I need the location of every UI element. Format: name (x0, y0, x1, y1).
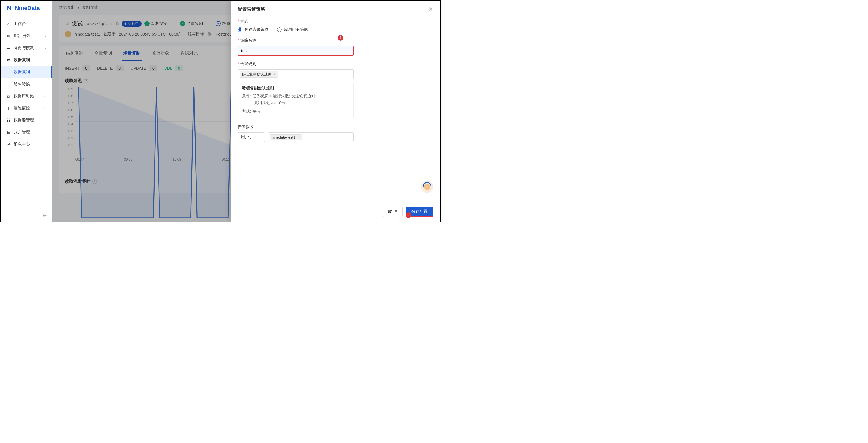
logo-icon (6, 5, 12, 11)
nav: ⌂ 工作台 ⧉ SQL 开发 ⌄ ☁ 备份与恢复 ⌄ ⇄ 数据复制 ⌃ 数据复制 (1, 16, 52, 209)
alert-config-drawer: 配置告警策略 ✕ *方式 创建告警策略 应用已有策略 *策略名称 1 *告警规则… (231, 1, 440, 222)
nav-account[interactable]: ▦ 账户管理 ⌄ (1, 126, 52, 138)
recipient-type-select[interactable]: 用户 ⌄ (238, 132, 265, 142)
nav-workbench[interactable]: ⌂ 工作台 (1, 18, 52, 30)
support-avatar[interactable] (421, 181, 433, 193)
monitor-icon: ◫ (6, 106, 11, 111)
remove-tag-icon[interactable]: ✕ (273, 72, 276, 76)
mail-icon: ✉ (6, 142, 11, 147)
nav-datasource[interactable]: ☷ 数据源管理 ⌄ (1, 114, 52, 126)
form-alert-rule: *告警规则 数据复制默认规则✕ ⌄ 数据复制默认规则 条件: 任务状态 = 运行… (238, 61, 433, 118)
sidebar-collapse[interactable]: ⇤ (1, 209, 52, 222)
form-recipients: 告警接收 用户 ⌄ ninedata-test1✕ (238, 124, 433, 142)
nav-sub-replication[interactable]: 数据复制 (1, 66, 52, 78)
chevron-down-icon: ⌄ (44, 130, 47, 134)
form-policy-name: *策略名称 1 (238, 38, 433, 56)
cancel-button[interactable]: 取 消 (383, 207, 403, 217)
radio-apply-policy[interactable]: 应用已有策略 (277, 27, 308, 32)
recipient-select[interactable]: ninedata-test1✕ (268, 132, 354, 142)
alert-rule-select[interactable]: 数据复制默认规则✕ ⌄ (238, 69, 354, 79)
brand-name: NineData (15, 5, 40, 11)
chevron-down-icon: ⌄ (44, 94, 47, 98)
sync-icon: ⇄ (6, 57, 11, 63)
policy-name-input[interactable] (238, 46, 354, 56)
user-icon: ▦ (6, 130, 11, 135)
nav-ops-monitor[interactable]: ◫ 运维监控 ⌄ (1, 102, 52, 114)
home-icon: ⌂ (6, 21, 11, 26)
annotation-badge-1: 1 (338, 35, 343, 41)
nav-backup[interactable]: ☁ 备份与恢复 ⌄ (1, 42, 52, 54)
annotation-badge-2: 2 (406, 212, 411, 218)
rule-description: 数据复制默认规则 条件: 任务状态 = 运行失败; 发送恢复通知; 复制延迟 >… (238, 82, 354, 118)
nav-db-compare[interactable]: ⧉ 数据库对比 ⌄ (1, 90, 52, 102)
remove-tag-icon[interactable]: ✕ (297, 135, 300, 139)
chevron-down-icon: ⌄ (44, 118, 47, 122)
terminal-icon: ⧉ (6, 33, 11, 38)
sidebar: NineData ⌂ 工作台 ⧉ SQL 开发 ⌄ ☁ 备份与恢复 ⌄ ⇄ 数据… (1, 1, 52, 222)
chevron-down-icon: ⌄ (348, 72, 350, 76)
form-mode: *方式 创建告警策略 应用已有策略 (238, 19, 433, 32)
chevron-down-icon: ⌄ (44, 34, 47, 38)
chevron-up-icon: ⌃ (44, 58, 47, 62)
radio-create-policy[interactable]: 创建告警策略 (238, 27, 269, 32)
logo[interactable]: NineData (1, 1, 52, 16)
drawer-title: 配置告警策略 (238, 6, 265, 12)
chevron-down-icon: ⌄ (44, 46, 47, 50)
chevron-down-icon: ⌄ (249, 135, 252, 140)
chevron-down-icon: ⌄ (44, 142, 47, 146)
nav-messages[interactable]: ✉ 消息中心 ⌄ (1, 138, 52, 150)
nav-sub-struct-convert[interactable]: 结构转换 (1, 78, 52, 90)
compare-icon: ⧉ (6, 93, 11, 99)
db-icon: ☷ (6, 118, 11, 123)
nav-data-replication[interactable]: ⇄ 数据复制 ⌃ (1, 54, 52, 66)
close-icon[interactable]: ✕ (428, 6, 433, 12)
nav-sql-dev[interactable]: ⧉ SQL 开发 ⌄ (1, 30, 52, 42)
chevron-down-icon: ⌄ (44, 106, 47, 110)
cloud-icon: ☁ (6, 45, 11, 51)
